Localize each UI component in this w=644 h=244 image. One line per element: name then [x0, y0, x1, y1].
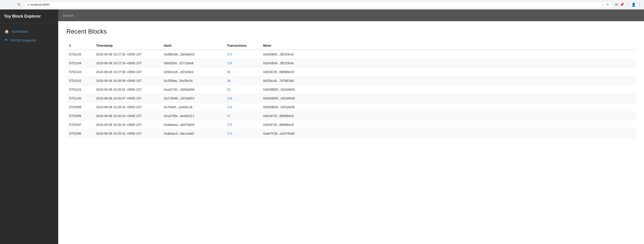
user-icon[interactable]: 👤 — [631, 2, 636, 7]
cell-block-number: 5752101 — [66, 85, 94, 94]
address-bar-icons: ☆ ↻ — [602, 3, 609, 7]
transaction-count-link[interactable]: 38 — [227, 79, 230, 82]
cell-block-number: 5752098 — [66, 112, 94, 120]
cell-hash: 0xab4ac3...8ac1aad3 — [161, 129, 224, 138]
search-input[interactable] — [63, 13, 640, 17]
cell-hash: 0x5b2a16...ef22e6e4 — [161, 68, 224, 76]
cell-hash: 0x7f4ef0...a19d4c16 — [161, 103, 224, 112]
content-area: Recent Blocks # Timestamp Hash Transacti… — [58, 21, 644, 244]
cell-transactions[interactable]: 179 — [224, 59, 260, 68]
cell-hash: 0xa6aeaa...ab476d26 — [161, 120, 224, 129]
cell-miner: 0xEA674f...6B898ec8 — [260, 120, 636, 129]
browser-actions: ✉ 📌 ⋮ 👤 ⋮ — [615, 2, 641, 7]
cell-miner: 0x829BD8...3333A830 — [260, 94, 636, 103]
table-header: # Timestamp Hash Transactions Miner — [66, 41, 636, 50]
table-row: 57521012018-06-08 16:26:51 +0900 JST0xa4… — [66, 85, 636, 94]
menu-icon[interactable]: ⋮ — [638, 2, 641, 7]
browser-chrome: ← → ↻ ● localhost:8080 ☆ ↻ ✉ 📌 ⋮ 👤 ⋮ — [0, 0, 644, 9]
sidebar: Toy Block Explorer 🏠 Dashboard 👁 ERC20 I… — [0, 9, 58, 244]
cell-block-number: 5752099 — [66, 103, 94, 112]
cell-miner: 0x829BD8...3333A830 — [260, 85, 636, 94]
cell-transactions[interactable]: 104 — [224, 94, 260, 103]
main-content: Recent Blocks # Timestamp Hash Transacti… — [58, 9, 644, 244]
sidebar-nav: 🏠 Dashboard 👁 ERC20 Inspector — [0, 23, 58, 48]
cell-hash: 0xbf2b54...02712ee8 — [161, 59, 224, 68]
back-button[interactable]: ← — [3, 2, 8, 7]
cell-block-number: 5752097 — [66, 120, 94, 129]
cell-miner: 0x5A0b54...3E029c4c — [260, 59, 636, 68]
cell-transactions[interactable]: 151 — [224, 103, 260, 112]
app: Toy Block Explorer 🏠 Dashboard 👁 ERC20 I… — [0, 9, 644, 244]
cell-hash: 0xa42761...3040e656 — [161, 85, 224, 94]
cell-timestamp: 2018-06-08 16:26:19 +0900 JST — [94, 120, 161, 129]
table-row: 57521052018-06-08 16:27:32 +0900 JST0xd9… — [66, 50, 636, 59]
cell-miner: 0x5A0b54...3E029c4c — [260, 50, 636, 59]
cell-timestamp: 2018-06-08 16:27:06 +0900 JST — [94, 68, 161, 76]
table-row: 57521002018-06-08 16:26:47 +0900 JST0x27… — [66, 94, 636, 103]
cell-transactions[interactable]: 47 — [224, 112, 260, 120]
cell-timestamp: 2018-06-08 16:26:47 +0900 JST — [94, 94, 161, 103]
reload-button[interactable]: ↻ — [16, 2, 22, 7]
blocks-table: # Timestamp Hash Transactions Miner 5752… — [66, 41, 636, 138]
sidebar-item-erc20-label: ERC20 Inspector — [10, 38, 36, 42]
cell-timestamp: 2018-06-08 16:27:32 +0900 JST — [94, 50, 161, 59]
header-bar — [58, 9, 644, 21]
col-header-miner: Miner — [260, 41, 636, 50]
cell-timestamp: 2018-06-08 16:25:41 +0900 JST — [94, 129, 161, 138]
col-header-transactions: Transactions — [224, 41, 260, 50]
table-row: 57521042018-06-08 16:27:24 +0900 JST0xbf… — [66, 59, 636, 68]
cell-timestamp: 2018-06-08 16:27:24 +0900 JST — [94, 59, 161, 68]
cell-transactions[interactable]: 173 — [224, 129, 260, 138]
cell-transactions[interactable]: 55 — [224, 85, 260, 94]
eye-icon: 👁 — [4, 38, 8, 42]
cell-miner: 0xEA674f...6B898ec8 — [260, 112, 636, 120]
cell-hash: 0x25f9aa...3ec5bc5c — [161, 76, 224, 85]
table-row: 57520962018-06-08 16:25:41 +0900 JST0xab… — [66, 129, 636, 138]
cell-block-number: 5752100 — [66, 94, 94, 103]
forward-button[interactable]: → — [10, 2, 15, 7]
cell-miner: 0xEA674f...6B898ec8 — [260, 68, 636, 76]
sidebar-item-dashboard-label: Dashboard — [11, 29, 28, 33]
col-header-number: # — [66, 41, 94, 50]
col-header-timestamp: Timestamp — [94, 41, 161, 50]
cell-timestamp: 2018-06-08 16:26:51 +0900 JST — [94, 85, 161, 94]
transaction-count-link[interactable]: 104 — [227, 96, 232, 100]
address-bar[interactable]: ● localhost:8080 ☆ ↻ — [24, 1, 613, 8]
transaction-count-link[interactable]: 173 — [227, 132, 232, 135]
cell-timestamp: 2018-06-08 16:26:56 +0900 JST — [94, 76, 161, 85]
table-row: 57520972018-06-08 16:26:19 +0900 JST0xa6… — [66, 120, 636, 129]
cell-timestamp: 2018-06-08 16:26:24 +0900 JST — [94, 112, 161, 120]
grid-icon[interactable]: ⋮ — [626, 2, 630, 7]
table-body: 57521052018-06-08 16:27:32 +0900 JST0xd9… — [66, 50, 636, 138]
cell-hash: 0x1a7954...6e4d2311 — [161, 112, 224, 120]
cell-transactions[interactable]: 38 — [224, 76, 260, 85]
cell-miner: 0x52bc44...7d7bE3b5 — [260, 76, 636, 85]
transaction-count-link[interactable]: 179 — [227, 61, 232, 65]
transaction-count-link[interactable]: 66 — [227, 70, 230, 74]
star-icon[interactable]: ☆ — [602, 3, 604, 7]
cell-block-number: 5752104 — [66, 59, 94, 68]
cell-hash: 0x270b48...2d7dcb53 — [161, 94, 224, 103]
transaction-count-link[interactable]: 175 — [227, 123, 232, 127]
cell-block-number: 5752096 — [66, 129, 94, 138]
cell-transactions[interactable]: 175 — [224, 120, 260, 129]
transaction-count-link[interactable]: 47 — [227, 114, 230, 118]
cell-miner: 0x829BD8...3333A830 — [260, 103, 636, 112]
sidebar-item-dashboard[interactable]: 🏠 Dashboard — [0, 27, 58, 36]
cell-miner: 0xab7F2B...a2CF83d2 — [260, 129, 636, 138]
cell-block-number: 5752105 — [66, 50, 94, 59]
cell-transactions[interactable]: 66 — [224, 68, 260, 76]
reload-icon[interactable]: ↻ — [606, 3, 609, 7]
cell-timestamp: 2018-06-08 16:26:42 +0900 JST — [94, 103, 161, 112]
lock-icon: ● — [27, 3, 29, 6]
cell-transactions[interactable]: 170 — [224, 50, 260, 59]
transaction-count-link[interactable]: 170 — [227, 52, 232, 56]
col-header-hash: Hash — [161, 41, 224, 50]
cell-block-number: 5752103 — [66, 68, 94, 76]
mail-icon[interactable]: ✉ — [615, 2, 618, 7]
transaction-count-link[interactable]: 151 — [227, 105, 232, 109]
sidebar-item-erc20[interactable]: 👁 ERC20 Inspector — [0, 36, 58, 44]
home-icon: 🏠 — [4, 29, 9, 34]
pin-icon[interactable]: 📌 — [620, 2, 624, 7]
transaction-count-link[interactable]: 55 — [227, 88, 230, 91]
